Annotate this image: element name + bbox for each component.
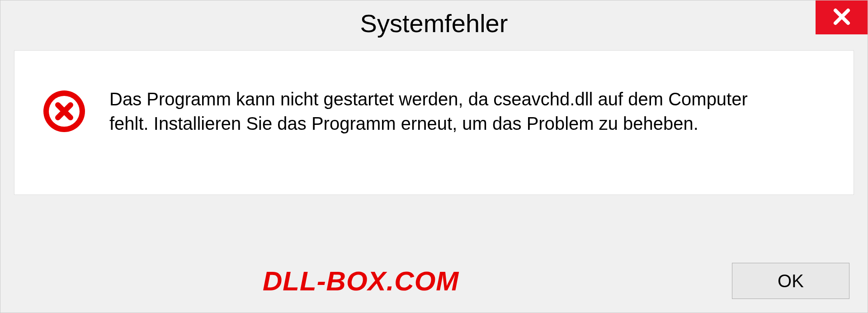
close-button[interactable] [816, 0, 868, 34]
error-icon [42, 89, 87, 134]
dialog-title: Systemfehler [360, 9, 508, 38]
titlebar: Systemfehler [0, 0, 868, 46]
footer: DLL-BOX.COM OK [0, 263, 868, 299]
ok-button[interactable]: OK [732, 263, 849, 299]
watermark-text: DLL-BOX.COM [263, 266, 459, 297]
error-message: Das Programm kann nicht gestartet werden… [109, 87, 788, 136]
message-panel: Das Programm kann nicht gestartet werden… [14, 50, 854, 195]
close-icon [831, 6, 853, 29]
